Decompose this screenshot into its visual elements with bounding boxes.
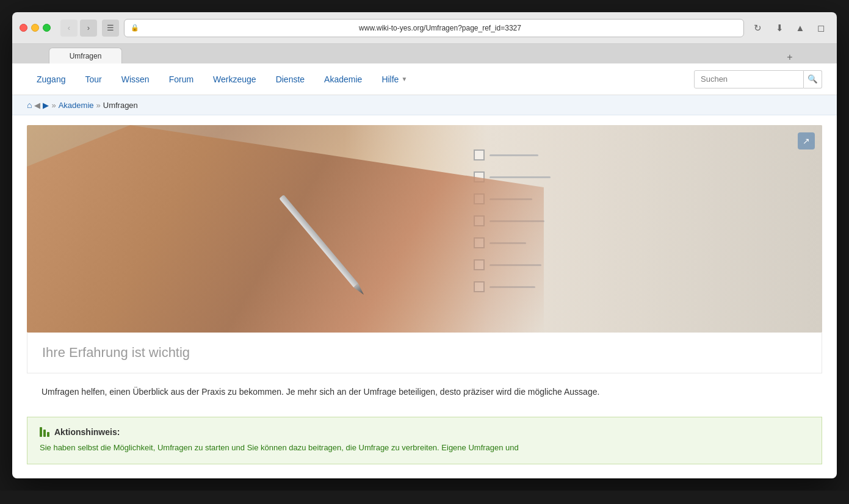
breadcrumb-akademie[interactable]: Akademie: [59, 101, 94, 110]
breadcrumb-current: Umfragen: [103, 101, 138, 110]
address-bar[interactable]: 🔒 www.wiki-to-yes.org/Umfragen?page_ref_…: [124, 19, 744, 37]
maximize-button[interactable]: [43, 24, 51, 32]
action-box-title-text: Aktionshinweis:: [54, 427, 120, 437]
search-area: 🔍: [694, 70, 822, 88]
hero-title: Ihre Erfahrung ist wichtig: [42, 345, 807, 361]
site-nav: Zugang Tour Wissen Forum Werkzeuge Diens…: [12, 63, 837, 95]
browser-window: ‹ › ☰ 🔒 www.wiki-to-yes.org/Umfragen?pag…: [12, 12, 837, 478]
traffic-lights: [20, 24, 51, 32]
browser-toolbar-right: ⬇ ▲ ◻: [771, 20, 829, 37]
action-box-icon: [40, 427, 49, 437]
breadcrumb: ⌂ ◀ ▶ » Akademie » Umfragen: [12, 95, 837, 115]
nav-item-werkzeuge[interactable]: Werkzeuge: [203, 63, 266, 95]
nav-item-wissen[interactable]: Wissen: [112, 63, 159, 95]
description-text: Umfragen helfen, einen Überblick aus der…: [42, 386, 807, 398]
chevron-down-icon: ▼: [401, 76, 407, 82]
breadcrumb-sep-1: »: [51, 101, 56, 110]
breadcrumb-nav-fwd[interactable]: ▶: [43, 101, 49, 110]
url-text: www.wiki-to-yes.org/Umfragen?page_ref_id…: [143, 24, 737, 32]
nav-item-dienste[interactable]: Dienste: [266, 63, 314, 95]
home-icon[interactable]: ⌂: [27, 100, 32, 110]
nav-item-akademie[interactable]: Akademie: [314, 63, 372, 95]
breadcrumb-nav-back[interactable]: ◀: [34, 101, 40, 110]
reader-view-button[interactable]: ☰: [102, 20, 119, 37]
tab-bar: Umfragen +: [12, 44, 837, 63]
close-button[interactable]: [20, 24, 27, 32]
hero-image: ↗: [27, 125, 822, 333]
back-button[interactable]: ‹: [60, 20, 78, 37]
lock-icon: 🔒: [131, 24, 139, 32]
tab-title: Umfragen: [70, 52, 102, 60]
new-tab-button[interactable]: +: [782, 51, 798, 63]
add-to-reading-list-button[interactable]: ◻: [812, 20, 829, 37]
nav-item-forum[interactable]: Forum: [159, 63, 203, 95]
download-button[interactable]: ⬇: [771, 20, 788, 37]
active-tab[interactable]: Umfragen: [49, 48, 122, 63]
description-section: Umfragen helfen, einen Überblick aus der…: [27, 373, 822, 411]
hero-text-section: Ihre Erfahrung ist wichtig: [27, 333, 822, 373]
share-button[interactable]: ▲: [792, 20, 809, 37]
expand-button[interactable]: ↗: [798, 132, 815, 149]
action-box-text: Sie haben selbst die Möglichkeit, Umfrag…: [40, 442, 809, 454]
browser-titlebar: ‹ › ☰ 🔒 www.wiki-to-yes.org/Umfragen?pag…: [12, 12, 837, 44]
nav-item-zugang[interactable]: Zugang: [27, 63, 75, 95]
search-icon: 🔍: [807, 74, 818, 84]
action-box-title: Aktionshinweis:: [40, 427, 809, 437]
nav-item-tour[interactable]: Tour: [75, 63, 111, 95]
minimize-button[interactable]: [31, 24, 39, 32]
browser-nav-buttons: ‹ ›: [60, 20, 97, 37]
page-content: Zugang Tour Wissen Forum Werkzeuge Diens…: [12, 63, 837, 478]
search-input[interactable]: [694, 70, 804, 88]
nav-item-hilfe[interactable]: Hilfe ▼: [372, 63, 417, 95]
action-box: Aktionshinweis: Sie haben selbst die Mög…: [27, 417, 822, 464]
reload-button[interactable]: ↻: [749, 20, 766, 37]
search-button[interactable]: 🔍: [804, 70, 822, 88]
forward-button[interactable]: ›: [80, 20, 97, 37]
breadcrumb-sep-2: »: [96, 101, 101, 110]
